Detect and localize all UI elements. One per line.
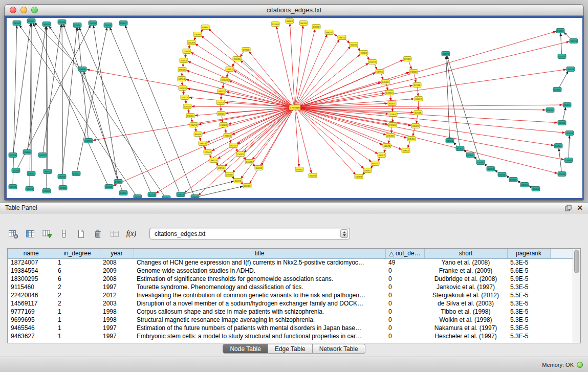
graph-node[interactable]: 15014213 — [72, 171, 80, 176]
graph-node[interactable]: 15743124 — [180, 58, 188, 63]
table-selector-dropdown[interactable]: citations_edges.txt — [149, 228, 350, 239]
graph-node[interactable]: 12655417 — [363, 168, 372, 173]
new-table-icon[interactable] — [74, 227, 88, 240]
graph-node[interactable]: 92773411 — [558, 54, 566, 59]
graph-node[interactable]: 16105113 — [570, 39, 578, 43]
graph-node[interactable]: 12045617 — [554, 144, 562, 148]
table-row[interactable]: 969969511998Structural magnetic resonanc… — [8, 316, 573, 324]
graph-node[interactable]: 16015462 — [350, 42, 358, 47]
graph-node[interactable]: 16302014 — [217, 112, 225, 116]
graph-node[interactable]: 12079191 — [476, 160, 485, 165]
graph-node[interactable]: 25260650 — [23, 150, 31, 155]
column-header-name[interactable]: name — [8, 249, 55, 258]
graph-hub-node[interactable]: 1724016 — [289, 105, 300, 110]
graph-node[interactable]: 12061050 — [78, 67, 86, 72]
delete-table-icon[interactable] — [91, 227, 104, 240]
graph-node[interactable]: 16233121 — [487, 167, 495, 171]
graph-edge[interactable] — [297, 47, 351, 106]
graph-edge[interactable] — [393, 105, 393, 112]
graph-edge[interactable] — [569, 136, 570, 158]
graph-node[interactable]: 12217731 — [368, 60, 377, 64]
column-header-pagerank[interactable]: pagerank — [507, 249, 550, 258]
graph-node[interactable]: 12106121 — [385, 91, 394, 95]
graph-edge[interactable] — [298, 99, 414, 107]
graph-edge[interactable] — [77, 28, 107, 171]
graph-node[interactable]: 92450122 — [532, 187, 540, 191]
graph-edge[interactable] — [384, 148, 385, 153]
graph-edge[interactable] — [198, 186, 243, 196]
graph-edge[interactable] — [189, 98, 292, 107]
graph-edge[interactable] — [298, 108, 554, 146]
graph-node[interactable]: 15222341 — [234, 179, 242, 183]
graph-edge[interactable] — [375, 63, 377, 70]
close-panel-icon[interactable]: ✕ — [577, 204, 583, 211]
table-settings-icon[interactable] — [6, 227, 20, 240]
graph-node[interactable]: 16016271 — [388, 101, 396, 106]
graph-node[interactable]: 17504145 — [191, 195, 199, 199]
graph-node[interactable]: 12756141 — [242, 48, 250, 52]
graph-node[interactable]: 14123509 — [355, 174, 363, 179]
graph-node[interactable]: 15957004 — [386, 134, 395, 138]
graph-node[interactable]: 16252158 — [183, 104, 191, 109]
graph-edge[interactable] — [415, 74, 416, 82]
table-vertical-scrollbar[interactable] — [573, 249, 580, 343]
graph-edge[interactable] — [418, 87, 418, 96]
graph-node[interactable]: 16961285 — [312, 25, 320, 29]
graph-node[interactable]: 12122104 — [9, 153, 17, 158]
graph-node[interactable]: 14149121 — [58, 174, 66, 179]
merge-table-icon[interactable] — [107, 227, 121, 240]
graph-edge[interactable] — [409, 61, 412, 70]
graph-node[interactable]: 16014425 — [243, 184, 251, 188]
graph-edge[interactable] — [297, 109, 356, 174]
graph-node[interactable]: 12204007 — [389, 112, 397, 117]
table-row[interactable]: 1872400712008Changes of HCN gene express… — [8, 258, 573, 267]
graph-edge[interactable] — [447, 56, 480, 160]
graph-node[interactable]: 17354146 — [225, 172, 233, 177]
graph-edge[interactable] — [296, 35, 328, 106]
graph-node[interactable]: 15312550 — [309, 173, 317, 178]
table-row[interactable]: 946554611997Estimation of the future num… — [8, 324, 573, 332]
graph-edge[interactable] — [381, 74, 383, 80]
graph-node[interactable]: 15914501 — [13, 21, 21, 26]
graph-edge[interactable] — [234, 71, 292, 107]
table-row[interactable]: 946362711997Embryonic stem cells: a mode… — [8, 332, 573, 340]
graph-edge[interactable] — [35, 23, 80, 68]
graph-node[interactable]: 17338123 — [360, 51, 368, 55]
table-row[interactable]: 2242004622012Investigating the contribut… — [8, 291, 573, 299]
graph-node[interactable]: 16945210 — [509, 178, 517, 182]
graph-edge[interactable] — [84, 72, 118, 180]
graph-node[interactable]: 14714261 — [73, 23, 81, 28]
graph-node[interactable]: 16632714 — [210, 158, 218, 163]
graph-node[interactable]: 17543210 — [236, 152, 245, 157]
graph-node[interactable]: 16021450 — [119, 191, 127, 195]
graph-node[interactable]: 16179117 — [456, 146, 464, 151]
graph-edge[interactable] — [296, 110, 312, 173]
table-row[interactable]: 977716911998Corpus callosum shape and si… — [8, 308, 573, 316]
column-header-title[interactable]: title — [134, 249, 385, 258]
graph-edge[interactable] — [391, 127, 392, 133]
graph-edge[interactable] — [446, 56, 449, 139]
graph-edge[interactable] — [298, 108, 558, 173]
tab-edge-table[interactable]: Edge Table — [268, 344, 313, 354]
zoom-window-button[interactable] — [31, 7, 38, 13]
column-chooser-icon[interactable] — [23, 227, 37, 240]
graph-node[interactable]: 15953121 — [546, 108, 554, 113]
graph-edge[interactable] — [297, 63, 368, 107]
scrollbar-thumb[interactable] — [574, 250, 579, 273]
graph-edge[interactable] — [298, 31, 556, 107]
graph-node[interactable]: 72544112 — [177, 192, 185, 197]
graph-node[interactable]: 10969591 — [411, 124, 420, 128]
graph-edge[interactable] — [298, 108, 564, 160]
graph-node[interactable]: 18914001 — [194, 132, 202, 137]
graph-edge[interactable] — [413, 128, 415, 136]
graph-edge[interactable] — [13, 24, 31, 153]
graph-edge[interactable] — [195, 127, 196, 132]
table-row[interactable]: 911546021997Tourette syndrome. Phenomeno… — [8, 283, 573, 291]
graph-node[interactable]: 15493127 — [402, 148, 410, 153]
row-tools-icon[interactable] — [57, 227, 71, 240]
graph-node[interactable]: 14245120 — [553, 87, 561, 92]
graph-edge[interactable] — [28, 27, 46, 150]
graph-node[interactable]: 16212450 — [558, 121, 566, 125]
graph-node[interactable]: 17220456 — [388, 123, 397, 127]
graph-node[interactable]: 19733493 — [403, 57, 411, 61]
